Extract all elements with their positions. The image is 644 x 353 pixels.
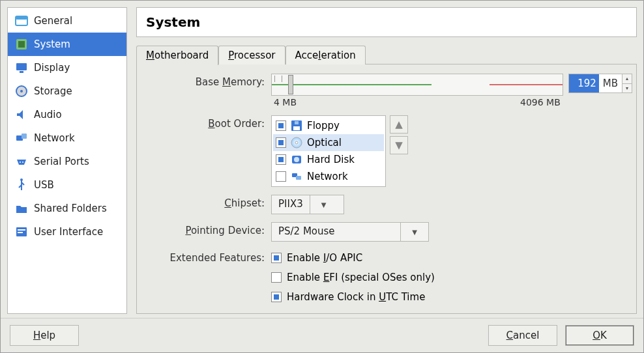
base-memory-unit: MB [599,74,622,92]
content-area: System Motherboard Processor Acceleratio… [136,7,637,314]
base-memory-input[interactable] [569,74,599,92]
boot-label: Hard Disk [307,154,355,165]
svg-point-12 [20,178,23,181]
svg-rect-18 [295,121,299,124]
boot-item-optical[interactable]: Optical [273,134,384,151]
row-boot-order: Boot Order: Floppy [141,115,632,187]
svg-rect-1 [16,16,27,20]
svg-rect-5 [20,71,23,73]
hdd-icon [290,153,303,166]
chipset-dropdown[interactable]: PIIX3 ▼ [271,195,344,214]
tab-processor[interactable]: Processor [218,46,285,64]
svg-rect-14 [18,229,25,231]
label-base-memory: Base Memory: [141,74,271,88]
cancel-button[interactable]: Cancel [488,325,557,346]
sidebar-item-usb[interactable]: USB [8,173,126,197]
label-pointing: Pointing Device: [141,222,271,236]
page-title: System [136,7,637,37]
boot-label: Floppy [307,120,340,132]
slider-max-label: 4096 MB [520,97,561,107]
checkbox-io-apic[interactable] [271,253,282,263]
sidebar-item-label: Storage [34,85,72,97]
row-base-memory: Base Memory: 4 M [141,74,632,107]
sidebar-item-shared-folders[interactable]: Shared Folders [8,197,126,220]
boot-item-floppy[interactable]: Floppy [273,117,384,134]
label-chipset: Chipset: [141,195,271,209]
boot-label: Optical [307,137,342,148]
feature-utc[interactable]: Hardware Clock in UTC Time [271,291,632,303]
tab-motherboard[interactable]: Motherboard [136,46,218,65]
boot-check-network[interactable] [276,171,286,182]
pointing-value: PS/2 Mouse [272,223,400,241]
usb-icon [14,178,29,192]
arrow-down-icon: ▼ [395,139,403,151]
tab-acceleration[interactable]: Acceleration [285,46,366,64]
svg-rect-24 [296,176,301,180]
feature-io-apic[interactable]: Enable I/O APIC [271,252,632,264]
base-memory-spinbox[interactable]: MB ▴ ▾ [568,74,632,93]
sidebar-item-label: General [34,15,72,27]
folder-icon [14,201,29,216]
label-boot-order: Boot Order: [141,115,271,130]
sidebar-item-label: Display [34,62,70,74]
help-button[interactable]: Help [10,325,79,346]
checkbox-utc[interactable] [271,292,282,302]
sidebar-item-label: Serial Ports [34,156,89,167]
svg-rect-4 [16,63,27,70]
boot-order-list[interactable]: Floppy Optical Hard [271,115,386,187]
svg-point-20 [295,141,298,144]
label-extended: Extended Features: [141,249,271,264]
sidebar-item-label: User Interface [34,226,103,238]
tab-panel-motherboard: Base Memory: 4 M [136,64,637,314]
sidebar-item-label: System [34,38,70,50]
feature-efi[interactable]: Enable EFI (special OSes only) [271,272,632,283]
sidebar-item-label: Audio [34,109,62,120]
sidebar-item-audio[interactable]: Audio [8,103,126,126]
spin-up-button[interactable]: ▴ [622,74,632,84]
checkbox-efi[interactable] [271,272,282,283]
sidebar-item-display[interactable]: Display [8,56,126,79]
chevron-down-icon: ▼ [400,223,428,241]
svg-point-7 [20,90,23,92]
boot-move-down-button[interactable]: ▼ [390,136,408,154]
boot-item-harddisk[interactable]: Hard Disk [273,151,384,168]
row-extended: Extended Features: Enable I/O APIC Enabl… [141,249,632,305]
network-icon [14,131,29,145]
boot-item-network[interactable]: Network [273,168,384,185]
svg-rect-3 [18,41,25,48]
svg-point-22 [294,157,299,162]
main-area: General System Display Storage [1,1,643,314]
spin-down-button[interactable]: ▾ [622,84,632,93]
sidebar-item-network[interactable]: Network [8,126,126,150]
sidebar-item-general[interactable]: General [8,9,126,33]
settings-window: General System Display Storage [0,0,644,353]
ui-icon [14,225,29,239]
tabbar: Motherboard Processor Acceleration [136,45,637,64]
pointing-dropdown[interactable]: PS/2 Mouse ▼ [271,222,429,242]
boot-check-floppy[interactable] [276,120,286,131]
row-pointing: Pointing Device: PS/2 Mouse ▼ [141,222,632,242]
dialog-footer: Help Cancel OK [1,318,643,352]
boot-check-harddisk[interactable] [276,154,286,165]
sidebar-item-label: USB [34,179,54,191]
boot-check-optical[interactable] [276,137,286,148]
sidebar-item-serial-ports[interactable]: Serial Ports [8,150,126,173]
sidebar-item-label: Network [34,132,75,144]
svg-rect-9 [22,134,27,139]
chevron-down-icon: ▼ [310,195,338,214]
floppy-icon [290,119,303,132]
sidebar-item-system[interactable]: System [8,33,126,56]
svg-rect-15 [18,232,23,233]
row-chipset: Chipset: PIIX3 ▼ [141,195,632,214]
base-memory-slider[interactable] [271,74,563,96]
display-icon [14,61,29,75]
boot-move-up-button[interactable]: ▲ [390,115,408,134]
general-icon [14,14,29,28]
sidebar-item-storage[interactable]: Storage [8,79,126,103]
arrow-up-icon: ▲ [395,119,403,130]
slider-min-label: 4 MB [274,97,297,107]
ok-button[interactable]: OK [565,325,634,346]
net-icon [290,170,303,183]
sidebar-item-user-interface[interactable]: User Interface [8,220,126,244]
svg-rect-17 [293,126,300,130]
